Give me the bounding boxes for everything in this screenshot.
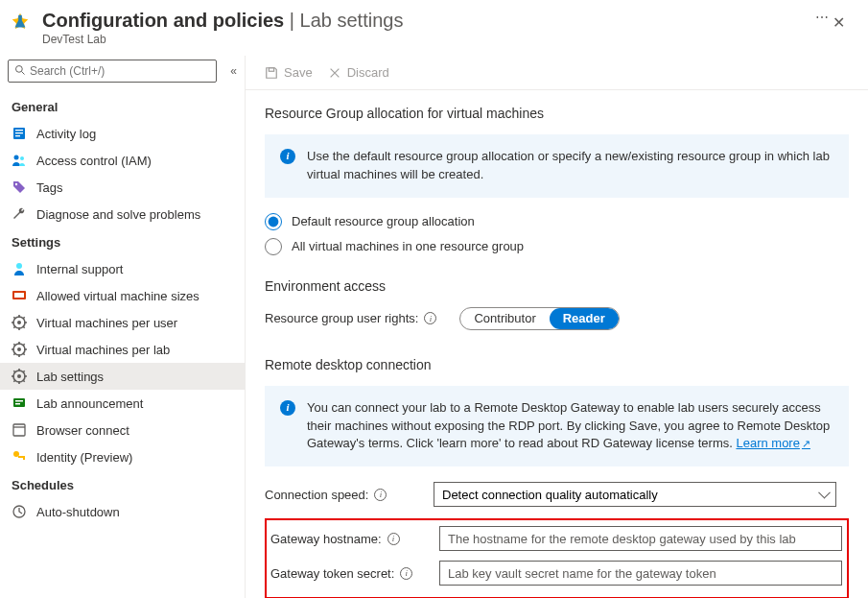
svg-rect-20	[15, 403, 20, 405]
sidebar-item-label: Lab settings	[36, 370, 104, 384]
clock-icon	[12, 504, 27, 519]
learn-more-link[interactable]: Learn more↗	[736, 436, 809, 450]
rg-option-default[interactable]: Default resource group allocation	[265, 213, 849, 230]
sidebar-item-label: Virtual machines per lab	[36, 343, 170, 357]
help-icon[interactable]: i	[387, 533, 400, 545]
save-icon	[265, 66, 278, 80]
search-input[interactable]	[30, 64, 210, 78]
svg-rect-5	[15, 135, 20, 136]
sidebar-item-label: Lab announcement	[36, 396, 143, 411]
sidebar-item-label: Diagnose and solve problems	[36, 207, 200, 222]
rights-contributor[interactable]: Contributor	[460, 308, 549, 329]
info-icon: i	[280, 400, 295, 416]
discard-icon	[328, 66, 341, 80]
sidebar-item-label: Virtual machines per user	[36, 316, 177, 330]
page-subtitle: DevTest Lab	[42, 33, 802, 46]
sidebar-item-activity-log[interactable]: Activity log	[0, 120, 245, 147]
svg-rect-25	[23, 456, 25, 460]
gateway-fields-highlight: Gateway hostname: i Gateway token secret…	[265, 518, 849, 598]
sidebar-item-auto-shutdown[interactable]: Auto-shutdown	[0, 498, 245, 525]
tag-icon	[12, 179, 27, 195]
rdp-info-banner: i You can connect your lab to a Remote D…	[265, 386, 849, 467]
conn-speed-label: Connection speed:	[265, 488, 368, 502]
sidebar-item-diagnose[interactable]: Diagnose and solve problems	[0, 201, 245, 227]
log-icon	[12, 126, 27, 141]
svg-point-8	[15, 183, 17, 185]
help-icon[interactable]: i	[400, 567, 412, 580]
wrench-icon	[12, 206, 27, 222]
svg-rect-21	[13, 424, 25, 436]
sidebar-item-browser-connect[interactable]: Browser connect	[0, 417, 245, 443]
env-label: Resource group user rights:	[265, 311, 418, 325]
gear-icon	[12, 342, 27, 357]
svg-point-15	[17, 347, 21, 351]
env-section-title: Environment access	[265, 278, 849, 294]
svg-line-1	[22, 71, 25, 74]
sidebar-item-label: Auto-shutdown	[36, 505, 120, 519]
sidebar-item-label: Internal support	[36, 262, 123, 276]
devtest-lab-icon	[10, 12, 31, 33]
announcement-icon	[12, 395, 27, 411]
svg-rect-27	[269, 67, 273, 71]
gateway-secret-input[interactable]	[439, 561, 842, 586]
nav-group-general: General	[0, 92, 245, 120]
sidebar-search[interactable]	[8, 60, 217, 83]
sizes-icon	[12, 288, 27, 303]
connection-speed-select[interactable]: Detect connection quality automatically	[434, 482, 836, 507]
rights-toggle[interactable]: Contributor Reader	[459, 307, 619, 330]
svg-point-17	[17, 374, 21, 378]
svg-rect-19	[15, 400, 23, 402]
svg-rect-11	[14, 293, 24, 298]
sidebar-item-label: Allowed virtual machine sizes	[36, 289, 199, 303]
sidebar-item-lab-settings[interactable]: Lab settings	[0, 363, 245, 390]
browser-icon	[12, 422, 27, 438]
sidebar-item-identity[interactable]: Identity (Preview)	[0, 443, 245, 470]
rg-option-all[interactable]: All virtual machines in one resource gro…	[265, 238, 849, 255]
sidebar-item-internal-support[interactable]: Internal support	[0, 255, 245, 282]
people-icon	[12, 153, 27, 168]
radio-default[interactable]	[265, 213, 282, 230]
discard-button[interactable]: Discard	[328, 65, 389, 80]
svg-point-13	[17, 321, 21, 324]
svg-rect-4	[15, 132, 23, 133]
sidebar-item-tags[interactable]: Tags	[0, 174, 245, 201]
svg-point-7	[20, 156, 24, 160]
sidebar-item-label: Browser connect	[36, 423, 129, 438]
gateway-hostname-input[interactable]	[439, 526, 842, 551]
rights-reader[interactable]: Reader	[550, 308, 619, 329]
collapse-sidebar-button[interactable]: «	[230, 64, 237, 78]
gear-icon	[12, 369, 27, 384]
nav-group-settings: Settings	[0, 227, 245, 255]
gateway-hostname-label: Gateway hostname:	[270, 532, 382, 546]
info-icon: i	[280, 149, 295, 164]
gear-icon	[12, 315, 27, 330]
sidebar-item-vm-per-lab[interactable]: Virtual machines per lab	[0, 336, 245, 363]
search-icon	[14, 64, 26, 79]
sidebar-item-label: Identity (Preview)	[36, 450, 132, 465]
help-icon[interactable]: i	[374, 489, 387, 501]
svg-point-6	[14, 155, 19, 160]
page-title: Configuration and policies | Lab setting…	[42, 10, 802, 32]
sidebar-item-label: Tags	[36, 180, 62, 195]
gateway-secret-label: Gateway token secret:	[270, 566, 394, 581]
key-icon	[12, 449, 27, 465]
close-button[interactable]: ✕	[829, 10, 849, 36]
external-link-icon: ↗	[802, 438, 810, 449]
support-icon	[12, 261, 27, 276]
sidebar-item-label: Activity log	[36, 127, 96, 141]
sidebar-item-vm-sizes[interactable]: Allowed virtual machine sizes	[0, 282, 245, 309]
sidebar-item-label: Access control (IAM)	[36, 154, 152, 168]
more-actions-button[interactable]: ⋯	[815, 10, 829, 25]
save-button[interactable]: Save	[265, 65, 313, 80]
nav-group-schedules: Schedules	[0, 470, 245, 498]
sidebar-item-lab-announcement[interactable]: Lab announcement	[0, 390, 245, 417]
svg-point-0	[16, 65, 23, 72]
sidebar-item-access-control[interactable]: Access control (IAM)	[0, 147, 245, 174]
rg-info-banner: i Use the default resource group allocat…	[265, 134, 849, 198]
sidebar-item-vm-per-user[interactable]: Virtual machines per user	[0, 309, 245, 336]
radio-all[interactable]	[265, 238, 282, 255]
rg-section-title: Resource Group allocation for virtual ma…	[265, 106, 849, 121]
svg-rect-3	[15, 130, 23, 131]
help-icon[interactable]: i	[424, 312, 436, 324]
svg-rect-18	[13, 398, 25, 407]
